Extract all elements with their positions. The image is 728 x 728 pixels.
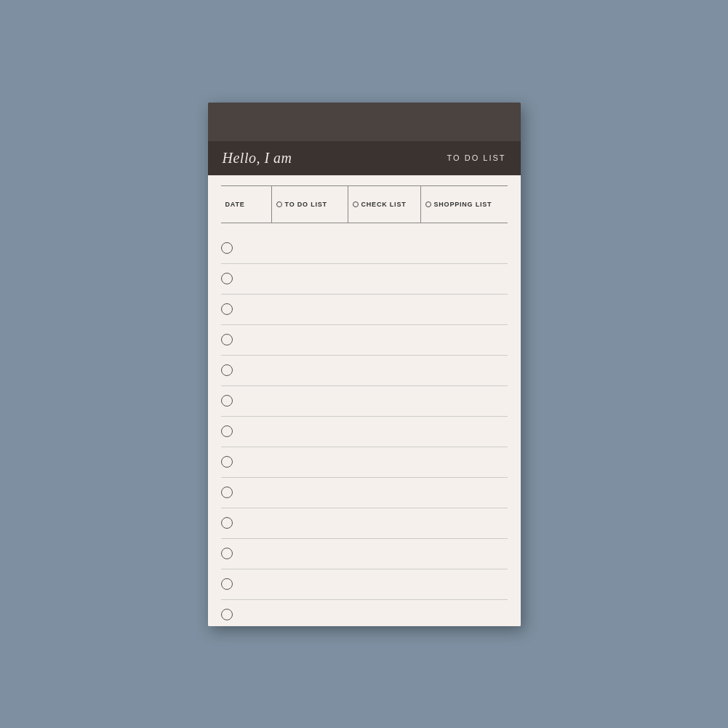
checkbox-icon[interactable] — [221, 609, 233, 620]
list-item[interactable] — [221, 233, 508, 264]
header-title: Hello, I am — [223, 150, 292, 167]
checkbox-icon[interactable] — [221, 273, 233, 284]
list-item[interactable] — [221, 386, 508, 417]
item-line — [241, 370, 508, 371]
checklist-area — [221, 233, 508, 626]
cell-date: DATE — [221, 186, 272, 223]
list-item[interactable] — [221, 539, 508, 569]
item-line — [241, 523, 508, 524]
todo-label: TO DO LIST — [285, 201, 327, 208]
list-item[interactable] — [221, 264, 508, 295]
header-subtitle: TO DO LIST — [447, 153, 506, 162]
item-line — [241, 553, 508, 554]
item-line — [241, 279, 508, 279]
item-line — [241, 431, 508, 432]
checkbox-icon[interactable] — [221, 334, 233, 345]
cell-shopping: SHOPPING LIST — [421, 186, 508, 223]
todo-circle-icon — [276, 201, 282, 207]
header-top-bar — [208, 103, 521, 141]
item-line — [241, 615, 508, 615]
item-line — [241, 309, 508, 310]
check-label: CHECK LIST — [361, 201, 407, 208]
list-item[interactable] — [221, 295, 508, 325]
checkbox-icon[interactable] — [221, 517, 233, 529]
checkbox-icon[interactable] — [221, 548, 233, 559]
list-item[interactable] — [221, 508, 508, 539]
check-circle-icon — [353, 201, 359, 207]
item-line — [241, 248, 508, 249]
checkbox-icon[interactable] — [221, 456, 233, 468]
item-line — [241, 340, 508, 340]
notepad-body: DATE TO DO LIST CHECK LIST SHOPPING LIST — [208, 175, 521, 626]
list-item[interactable] — [221, 447, 508, 478]
category-row: DATE TO DO LIST CHECK LIST SHOPPING LIST — [221, 185, 508, 223]
checkbox-icon[interactable] — [221, 395, 233, 407]
cell-check: CHECK LIST — [348, 186, 421, 223]
shopping-circle-icon — [425, 201, 431, 207]
cell-todo: TO DO LIST — [272, 186, 348, 223]
date-label: DATE — [225, 201, 245, 208]
list-item[interactable] — [221, 325, 508, 356]
shopping-label: SHOPPING LIST — [434, 201, 492, 208]
checkbox-icon[interactable] — [221, 578, 233, 590]
checkbox-icon[interactable] — [221, 242, 233, 254]
list-item[interactable] — [221, 417, 508, 447]
item-line — [241, 462, 508, 463]
list-item[interactable] — [221, 569, 508, 600]
checkbox-icon[interactable] — [221, 303, 233, 315]
list-item[interactable] — [221, 478, 508, 508]
header-bottom-bar: Hello, I am TO DO LIST — [208, 141, 521, 175]
item-line — [241, 401, 508, 401]
checkbox-icon[interactable] — [221, 425, 233, 437]
list-item[interactable] — [221, 600, 508, 626]
item-line — [241, 492, 508, 493]
checkbox-icon[interactable] — [221, 487, 233, 498]
checkbox-icon[interactable] — [221, 364, 233, 376]
notepad: Hello, I am TO DO LIST DATE TO DO LIST C… — [208, 103, 521, 626]
list-item[interactable] — [221, 356, 508, 386]
item-line — [241, 584, 508, 585]
notepad-header: Hello, I am TO DO LIST — [208, 103, 521, 175]
